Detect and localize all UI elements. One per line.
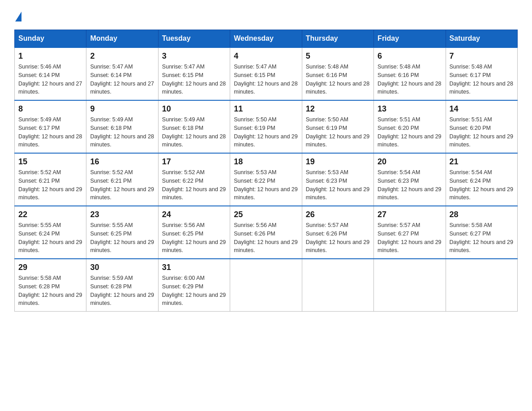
day-info: Sunrise: 5:47 AMSunset: 6:15 PMDaylight:… bbox=[162, 63, 226, 96]
day-info: Sunrise: 5:54 AMSunset: 6:24 PMDaylight:… bbox=[450, 168, 514, 202]
day-info: Sunrise: 5:58 AMSunset: 6:27 PMDaylight:… bbox=[450, 221, 514, 255]
calendar-cell: 24Sunrise: 5:56 AMSunset: 6:25 PMDayligh… bbox=[158, 206, 230, 259]
calendar-week-row-2: 8Sunrise: 5:49 AMSunset: 6:17 PMDaylight… bbox=[15, 100, 518, 153]
calendar-week-row-3: 15Sunrise: 5:52 AMSunset: 6:21 PMDayligh… bbox=[15, 153, 518, 206]
day-info: Sunrise: 5:47 AMSunset: 6:15 PMDaylight:… bbox=[234, 63, 298, 96]
day-info: Sunrise: 5:59 AMSunset: 6:28 PMDaylight:… bbox=[90, 274, 154, 308]
day-info: Sunrise: 5:48 AMSunset: 6:16 PMDaylight:… bbox=[306, 63, 370, 96]
header bbox=[14, 11, 518, 21]
day-number: 31 bbox=[162, 263, 226, 272]
calendar-cell: 28Sunrise: 5:58 AMSunset: 6:27 PMDayligh… bbox=[446, 206, 517, 259]
calendar-cell: 3Sunrise: 5:47 AMSunset: 6:15 PMDaylight… bbox=[158, 47, 230, 100]
day-number: 13 bbox=[378, 104, 442, 114]
calendar-table: SundayMondayTuesdayWednesdayThursdayFrid… bbox=[14, 30, 518, 312]
day-number: 23 bbox=[90, 210, 154, 219]
calendar-cell bbox=[302, 259, 373, 312]
day-info: Sunrise: 5:51 AMSunset: 6:20 PMDaylight:… bbox=[378, 116, 442, 149]
day-info: Sunrise: 5:58 AMSunset: 6:28 PMDaylight:… bbox=[18, 274, 82, 308]
calendar-cell: 18Sunrise: 5:53 AMSunset: 6:22 PMDayligh… bbox=[230, 153, 302, 206]
day-info: Sunrise: 5:50 AMSunset: 6:19 PMDaylight:… bbox=[234, 116, 298, 149]
day-number: 21 bbox=[450, 157, 514, 167]
day-number: 9 bbox=[90, 104, 154, 114]
day-info: Sunrise: 5:50 AMSunset: 6:19 PMDaylight:… bbox=[306, 116, 370, 149]
day-number: 8 bbox=[18, 104, 82, 114]
calendar-week-row-1: 1Sunrise: 5:46 AMSunset: 6:14 PMDaylight… bbox=[15, 47, 518, 100]
day-number: 19 bbox=[306, 157, 370, 167]
day-info: Sunrise: 5:49 AMSunset: 6:18 PMDaylight:… bbox=[90, 116, 154, 149]
day-info: Sunrise: 5:53 AMSunset: 6:23 PMDaylight:… bbox=[306, 168, 370, 202]
calendar-cell: 23Sunrise: 5:55 AMSunset: 6:25 PMDayligh… bbox=[86, 206, 158, 259]
calendar-cell: 8Sunrise: 5:49 AMSunset: 6:17 PMDaylight… bbox=[15, 100, 86, 153]
day-number: 20 bbox=[378, 157, 442, 167]
day-info: Sunrise: 5:56 AMSunset: 6:25 PMDaylight:… bbox=[162, 221, 226, 255]
day-number: 30 bbox=[90, 263, 154, 272]
day-info: Sunrise: 5:53 AMSunset: 6:22 PMDaylight:… bbox=[234, 168, 298, 202]
calendar-cell: 16Sunrise: 5:52 AMSunset: 6:21 PMDayligh… bbox=[86, 153, 158, 206]
day-number: 22 bbox=[18, 210, 82, 219]
calendar-header-thursday: Thursday bbox=[302, 30, 373, 48]
logo bbox=[14, 11, 21, 21]
calendar-cell: 1Sunrise: 5:46 AMSunset: 6:14 PMDaylight… bbox=[15, 47, 86, 100]
calendar-cell: 12Sunrise: 5:50 AMSunset: 6:19 PMDayligh… bbox=[302, 100, 373, 153]
calendar-cell: 15Sunrise: 5:52 AMSunset: 6:21 PMDayligh… bbox=[15, 153, 86, 206]
day-number: 12 bbox=[306, 104, 370, 114]
day-info: Sunrise: 5:51 AMSunset: 6:20 PMDaylight:… bbox=[450, 116, 514, 149]
day-info: Sunrise: 5:55 AMSunset: 6:24 PMDaylight:… bbox=[18, 221, 82, 255]
calendar-cell bbox=[374, 259, 446, 312]
day-info: Sunrise: 5:48 AMSunset: 6:16 PMDaylight:… bbox=[378, 63, 442, 96]
calendar-cell: 7Sunrise: 5:48 AMSunset: 6:17 PMDaylight… bbox=[446, 47, 517, 100]
calendar-header-monday: Monday bbox=[86, 30, 158, 48]
day-number: 6 bbox=[378, 51, 442, 61]
calendar-header-wednesday: Wednesday bbox=[230, 30, 302, 48]
day-info: Sunrise: 5:54 AMSunset: 6:23 PMDaylight:… bbox=[378, 168, 442, 202]
calendar-cell bbox=[446, 259, 517, 312]
calendar-cell: 10Sunrise: 5:49 AMSunset: 6:18 PMDayligh… bbox=[158, 100, 230, 153]
calendar-header-row: SundayMondayTuesdayWednesdayThursdayFrid… bbox=[15, 30, 518, 48]
day-number: 18 bbox=[234, 157, 298, 167]
calendar-header-sunday: Sunday bbox=[15, 30, 86, 48]
day-number: 14 bbox=[450, 104, 514, 114]
calendar-cell: 11Sunrise: 5:50 AMSunset: 6:19 PMDayligh… bbox=[230, 100, 302, 153]
day-info: Sunrise: 6:00 AMSunset: 6:29 PMDaylight:… bbox=[162, 274, 226, 308]
calendar-cell bbox=[230, 259, 302, 312]
day-number: 1 bbox=[18, 51, 82, 61]
day-number: 11 bbox=[234, 104, 298, 114]
calendar-cell: 20Sunrise: 5:54 AMSunset: 6:23 PMDayligh… bbox=[374, 153, 446, 206]
calendar-cell: 30Sunrise: 5:59 AMSunset: 6:28 PMDayligh… bbox=[86, 259, 158, 312]
day-number: 4 bbox=[234, 51, 298, 61]
day-number: 15 bbox=[18, 157, 82, 167]
calendar-cell: 4Sunrise: 5:47 AMSunset: 6:15 PMDaylight… bbox=[230, 47, 302, 100]
day-info: Sunrise: 5:46 AMSunset: 6:14 PMDaylight:… bbox=[18, 63, 82, 96]
day-number: 5 bbox=[306, 51, 370, 61]
calendar-week-row-4: 22Sunrise: 5:55 AMSunset: 6:24 PMDayligh… bbox=[15, 206, 518, 259]
day-number: 28 bbox=[450, 210, 514, 219]
day-info: Sunrise: 5:49 AMSunset: 6:18 PMDaylight:… bbox=[162, 116, 226, 149]
day-info: Sunrise: 5:56 AMSunset: 6:26 PMDaylight:… bbox=[234, 221, 298, 255]
calendar-cell: 21Sunrise: 5:54 AMSunset: 6:24 PMDayligh… bbox=[446, 153, 517, 206]
day-info: Sunrise: 5:48 AMSunset: 6:17 PMDaylight:… bbox=[450, 63, 514, 96]
calendar-header-friday: Friday bbox=[374, 30, 446, 48]
day-info: Sunrise: 5:57 AMSunset: 6:27 PMDaylight:… bbox=[378, 221, 442, 255]
calendar-header-tuesday: Tuesday bbox=[158, 30, 230, 48]
day-number: 17 bbox=[162, 157, 226, 167]
day-number: 10 bbox=[162, 104, 226, 114]
calendar-cell: 29Sunrise: 5:58 AMSunset: 6:28 PMDayligh… bbox=[15, 259, 86, 312]
day-number: 25 bbox=[234, 210, 298, 219]
day-number: 24 bbox=[162, 210, 226, 219]
day-number: 7 bbox=[450, 51, 514, 61]
calendar-cell: 9Sunrise: 5:49 AMSunset: 6:18 PMDaylight… bbox=[86, 100, 158, 153]
calendar-cell: 6Sunrise: 5:48 AMSunset: 6:16 PMDaylight… bbox=[374, 47, 446, 100]
day-info: Sunrise: 5:47 AMSunset: 6:14 PMDaylight:… bbox=[90, 63, 154, 96]
calendar-cell: 2Sunrise: 5:47 AMSunset: 6:14 PMDaylight… bbox=[86, 47, 158, 100]
calendar-cell: 13Sunrise: 5:51 AMSunset: 6:20 PMDayligh… bbox=[374, 100, 446, 153]
logo-triangle-icon bbox=[15, 12, 21, 21]
day-number: 3 bbox=[162, 51, 226, 61]
calendar-cell: 26Sunrise: 5:57 AMSunset: 6:26 PMDayligh… bbox=[302, 206, 373, 259]
calendar-cell: 19Sunrise: 5:53 AMSunset: 6:23 PMDayligh… bbox=[302, 153, 373, 206]
calendar-cell: 5Sunrise: 5:48 AMSunset: 6:16 PMDaylight… bbox=[302, 47, 373, 100]
day-info: Sunrise: 5:57 AMSunset: 6:26 PMDaylight:… bbox=[306, 221, 370, 255]
day-info: Sunrise: 5:52 AMSunset: 6:21 PMDaylight:… bbox=[90, 168, 154, 202]
calendar-cell: 14Sunrise: 5:51 AMSunset: 6:20 PMDayligh… bbox=[446, 100, 517, 153]
day-number: 27 bbox=[378, 210, 442, 219]
day-info: Sunrise: 5:52 AMSunset: 6:21 PMDaylight:… bbox=[18, 168, 82, 202]
